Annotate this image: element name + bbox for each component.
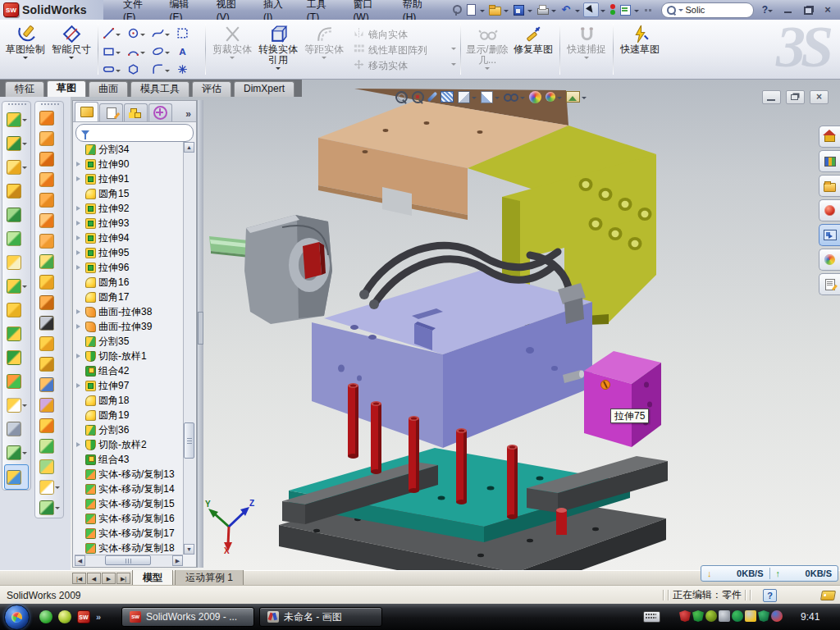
command-tab[interactable]: 曲面 (89, 81, 128, 97)
ellipse-icon[interactable] (152, 43, 176, 62)
new-dropdown-icon[interactable] (480, 10, 485, 15)
feature-tree-item[interactable]: 拉伸93 (75, 216, 183, 231)
circle-icon[interactable] (127, 25, 152, 43)
network-warning-icon[interactable] (745, 610, 756, 622)
horizontal-scroll-thumb[interactable] (105, 555, 151, 565)
dropdown-caret-icon[interactable] (22, 167, 27, 171)
dropdown-caret-icon[interactable] (322, 57, 326, 62)
panel-overflow-button[interactable]: » (182, 108, 194, 121)
untrim-surface-tool[interactable] (35, 395, 63, 415)
split-tool[interactable] (2, 322, 30, 345)
messenger-status-icon[interactable] (771, 610, 783, 622)
planar-surface-tool[interactable] (35, 231, 63, 251)
help-dropdown-icon[interactable] (768, 10, 773, 15)
intersection-curve-tool[interactable] (2, 417, 30, 441)
solidworks-quicklaunch-icon[interactable]: SW (77, 610, 90, 623)
extruded-surface-tool[interactable] (35, 107, 63, 128)
insert-part-tool[interactable] (2, 393, 30, 417)
dropdown-caret-icon[interactable] (584, 57, 589, 62)
quick-tips-icon[interactable]: ? (763, 589, 777, 602)
save-icon[interactable] (512, 3, 526, 16)
sketch-button[interactable]: 草图绘制 (4, 24, 47, 62)
dropdown-caret-icon[interactable] (165, 70, 170, 75)
mirror-entities-button[interactable]: 镜向实体 (353, 27, 456, 42)
print-icon[interactable] (536, 3, 550, 16)
draft-tool[interactable] (2, 226, 30, 250)
pin-icon[interactable] (449, 3, 463, 16)
feature-tree-item[interactable]: 拉伸95 (75, 245, 183, 260)
dropdown-caret-icon[interactable] (230, 57, 235, 62)
defender-icon[interactable] (758, 610, 769, 622)
trim-entities-button[interactable]: 剪裁实体 (211, 24, 253, 72)
new-document-icon[interactable] (464, 3, 478, 16)
expand-arrow-icon[interactable] (76, 354, 83, 358)
dropdown-caret-icon[interactable] (22, 285, 27, 290)
expand-arrow-icon[interactable] (76, 324, 83, 329)
spline-icon[interactable] (152, 25, 176, 43)
feature-tree-item[interactable]: 曲面-拉伸39 (75, 319, 183, 334)
open-icon[interactable] (488, 3, 502, 16)
offset-entities-button[interactable]: 等距实体 (303, 24, 345, 72)
replace-face-tool[interactable] (35, 333, 63, 354)
custom-properties-tab[interactable] (819, 273, 840, 295)
appearances-tab[interactable] (819, 249, 840, 271)
command-tab[interactable]: 模具工具 (130, 81, 189, 97)
doc-restore-button[interactable] (786, 90, 805, 104)
panel-splitter[interactable] (197, 100, 203, 568)
feature-tree-item[interactable]: 拉伸91 (75, 171, 183, 186)
sphere-quicklaunch-icon[interactable] (58, 610, 71, 623)
feature-tree-item[interactable]: 圆角18 (75, 393, 183, 408)
dropdown-caret-icon[interactable] (55, 486, 60, 491)
select-dropdown-icon[interactable] (600, 10, 605, 15)
polygon-icon[interactable] (127, 62, 152, 80)
quick-snaps-button[interactable]: 快速捕捉 (565, 24, 608, 62)
ruled-surface-tool[interactable] (35, 292, 63, 313)
knit-surface-tool[interactable] (35, 272, 63, 292)
zoom-to-area-button[interactable] (412, 91, 424, 103)
sketch-fillet-icon[interactable] (152, 62, 176, 80)
repair-sketch-button[interactable]: 修复草图 (512, 24, 555, 72)
hide-show-items-button[interactable] (504, 93, 525, 102)
dropdown-caret-icon[interactable] (495, 97, 500, 102)
feature-tree-item[interactable]: 曲面-拉伸38 (75, 304, 183, 319)
expand-arrow-icon[interactable] (76, 176, 83, 181)
trim-surface-tool[interactable] (35, 374, 63, 395)
vertical-scroll-thumb[interactable] (184, 422, 194, 459)
smart-dimension-button[interactable]: 智能尺寸 (50, 24, 93, 62)
line-icon[interactable] (103, 25, 127, 43)
input-language-icon[interactable] (643, 611, 660, 623)
tree-horizontal-scrollbar[interactable]: ◀ ▶ (75, 555, 183, 566)
dropdown-caret-icon[interactable] (22, 404, 27, 409)
expand-arrow-icon[interactable] (76, 265, 83, 270)
dropdown-caret-icon[interactable] (23, 57, 28, 62)
display-style-button[interactable] (481, 91, 500, 103)
feature-tree-item[interactable]: 实体-移动/复制17 (75, 526, 183, 541)
propertymanager-tab[interactable] (99, 103, 123, 121)
view-palette-tab[interactable] (819, 224, 840, 246)
dropdown-caret-icon[interactable] (55, 507, 60, 512)
dropdown-caret-icon[interactable] (22, 119, 27, 124)
slot-icon[interactable] (103, 62, 127, 80)
expand-arrow-icon[interactable] (76, 383, 83, 388)
dropdown-caret-icon[interactable] (69, 57, 74, 62)
quicklaunch-overflow-icon[interactable]: » (96, 612, 101, 622)
feature-tree-item[interactable]: 拉伸94 (75, 231, 183, 245)
volume-icon[interactable] (719, 610, 730, 622)
feature-tree-item[interactable]: 分割35 (75, 334, 183, 349)
command-tab[interactable]: DimXpert (234, 81, 294, 97)
delete-face-tool[interactable] (35, 313, 63, 333)
prev-tab-button[interactable]: ◀ (87, 573, 101, 584)
expand-arrow-icon[interactable] (76, 162, 83, 167)
feature-tree-item[interactable]: 组合43 (75, 452, 183, 467)
doc-minimize-button[interactable] (762, 90, 781, 104)
feature-tree-item[interactable]: 圆角19 (75, 408, 183, 422)
dropdown-caret-icon[interactable] (116, 70, 121, 75)
search-input[interactable]: Solic (661, 2, 754, 18)
sync-icon[interactable] (732, 610, 743, 622)
rapid-sketch-button[interactable]: 快速草图 (619, 24, 661, 62)
antivirus-icon[interactable] (692, 610, 704, 622)
options-icon[interactable] (619, 3, 632, 16)
move-copy-body-tool[interactable] (2, 369, 30, 393)
dropdown-caret-icon[interactable] (276, 67, 281, 72)
toolbar-overflow-icon[interactable] (642, 3, 656, 16)
